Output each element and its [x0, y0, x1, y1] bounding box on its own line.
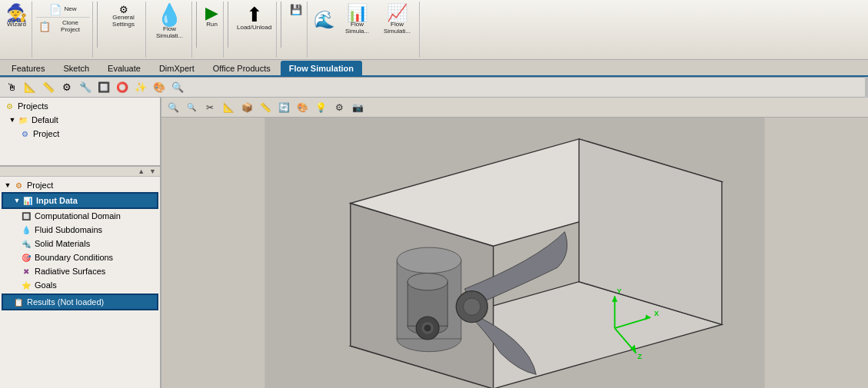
icon-bar-btn-tools[interactable]: 🔧 — [77, 79, 94, 96]
clone-icon: 📋 — [38, 22, 51, 32]
icon-bar-btn-circle[interactable]: ⭕ — [114, 79, 131, 96]
flow-label3: Flow Simula... — [340, 22, 374, 35]
tree-solid-materials[interactable]: 🔩 Solid Materials — [2, 237, 158, 250]
tree-project-section[interactable]: ▼ ⚙ Project — [2, 178, 158, 192]
loadunload-label: Load/Unload — [237, 25, 271, 32]
icon-bar-btn-box[interactable]: 🔲 — [95, 79, 112, 96]
flow-simulation-button1[interactable]: 💧 Flow Simulati... — [150, 3, 189, 41]
sep2 — [196, 2, 197, 48]
tab-sketch[interactable]: Sketch — [55, 61, 98, 75]
scroll-buttons: ▲ ▼ — [0, 167, 160, 177]
clone-project-button[interactable]: 📋 Clone Project — [36, 18, 90, 35]
tree-input-data[interactable]: ▼ 📊 Input Data — [2, 192, 158, 209]
vp-color-btn[interactable]: 🎨 — [294, 99, 311, 116]
default-expand: ▼ — [8, 116, 17, 124]
default-label: Default — [32, 115, 58, 124]
flow-button3[interactable]: 📊 Flow Simula... — [338, 3, 377, 37]
viewport: 🔍 🔍 ✂ 📐 📦 📏 🔄 🎨 💡 ⚙ 📷 — [161, 98, 868, 388]
general-label: General Settings — [106, 15, 141, 28]
icon-bar-btn-cursor[interactable]: 🖱 — [3, 79, 20, 96]
icon-bar-btn-color[interactable]: 🎨 — [151, 79, 168, 96]
radiative-surfaces-icon: ✖ — [20, 265, 32, 277]
vp-measure-btn[interactable]: 📏 — [257, 99, 274, 116]
main-area: ⚙ Projects ▼ 📁 Default ⚙ Project ▲ ▼ ▼ ⚙ — [0, 98, 868, 388]
flow-button2[interactable]: 🌊 — [311, 10, 337, 30]
vp-zoom-out-btn[interactable]: 🔍 — [183, 99, 200, 116]
tree-results[interactable]: 📋 Results (Not loaded) — [2, 293, 158, 310]
icon-bar-btn-select[interactable]: 📐 — [22, 79, 38, 96]
run-section: ▶ Run — [201, 2, 224, 58]
svg-text:Z: Z — [637, 353, 642, 360]
flow-sim-icon1: 💧 — [156, 5, 183, 26]
scroll-up-btn[interactable]: ▲ — [135, 167, 147, 175]
vp-zoom-in-btn[interactable]: 🔍 — [165, 99, 181, 116]
svg-point-15 — [424, 325, 430, 330]
wizard-section: 🧙 Wizard — [2, 2, 32, 58]
tab-office-products[interactable]: Office Products — [205, 61, 279, 75]
vp-rotate-btn[interactable]: 🔄 — [275, 99, 292, 116]
tab-evaluate[interactable]: Evaluate — [99, 61, 149, 75]
vp-settings-btn[interactable]: ⚙ — [331, 99, 348, 116]
tab-features[interactable]: Features — [3, 61, 53, 75]
vp-cut-btn[interactable]: ✂ — [201, 99, 218, 116]
lower-tree: ▼ ⚙ Project ▼ 📊 Input Data 🔲 Computation… — [0, 177, 160, 388]
sep1 — [97, 2, 98, 48]
save-button[interactable]: 💾 — [288, 3, 304, 16]
tree-project-item[interactable]: ⚙ Project — [2, 127, 158, 141]
new-button[interactable]: 📄 New — [47, 3, 78, 16]
run-icon: ▶ — [205, 5, 218, 22]
wizard-label: Wizard — [7, 22, 26, 28]
project-label: Project — [33, 129, 59, 138]
svg-point-9 — [464, 298, 481, 315]
icon-bar: 🖱 📐 📏 ⚙ 🔧 🔲 ⭕ ✨ 🎨 🔍 — [0, 78, 868, 98]
tree-computational-domain[interactable]: 🔲 Computational Domain — [2, 209, 158, 223]
run-button[interactable]: ▶ Run — [203, 3, 221, 30]
tab-flow-simulation[interactable]: Flow Simulation — [281, 61, 362, 75]
sep3 — [228, 2, 228, 48]
wizard-button[interactable]: 🧙 Wizard — [4, 3, 29, 30]
project-section-icon: ⚙ — [12, 179, 25, 191]
svg-text:Y: Y — [617, 287, 622, 295]
vp-light-btn[interactable]: 💡 — [312, 99, 329, 116]
save-section: 💾 — [285, 2, 308, 58]
tree-boundary-conditions[interactable]: 🎯 Boundary Conditions — [2, 250, 158, 264]
input-data-expand: ▼ — [12, 197, 22, 204]
vp-camera-btn[interactable]: 📷 — [349, 99, 366, 116]
tree-projects-header: ⚙ Projects — [2, 99, 158, 113]
icon-bar-btn-settings[interactable]: ⚙ — [58, 79, 75, 96]
toolbar-area: 🧙 Wizard 📄 New 📋 Clone Project ⚙ General… — [0, 0, 868, 78]
svg-point-12 — [407, 274, 447, 290]
sidebar: ⚙ Projects ▼ 📁 Default ⚙ Project ▲ ▼ ▼ ⚙ — [0, 98, 161, 388]
flow-button4[interactable]: 📈 Flow Simulati... — [377, 3, 417, 37]
flow-sim-label1: Flow Simulati... — [152, 26, 187, 40]
tree-radiative-surfaces[interactable]: ✖ Radiative Surfaces — [2, 264, 158, 278]
tree-default-folder[interactable]: ▼ 📁 Default — [2, 113, 158, 127]
new-section: 📄 New 📋 Clone Project — [34, 2, 93, 58]
flow-icon2: 🌊 — [314, 12, 334, 28]
icon-bar-btn-search[interactable]: 🔍 — [169, 79, 186, 96]
vp-view-btn[interactable]: 📦 — [238, 99, 255, 116]
tab-dimxpert[interactable]: DimXpert — [151, 61, 203, 75]
new-icon: 📄 — [49, 5, 62, 15]
icon-bar-btn-sparkle[interactable]: ✨ — [132, 79, 149, 96]
flow-icon4: 📈 — [387, 5, 407, 22]
general-section: ⚙ General Settings — [101, 2, 146, 58]
main-toolbar: 🧙 Wizard 📄 New 📋 Clone Project ⚙ General… — [0, 0, 868, 60]
tree-fluid-subdomains[interactable]: 💧 Fluid Subdomains — [2, 223, 158, 237]
flow-extra-section: 🌊 📊 Flow Simula... 📈 Flow Simulati... — [309, 2, 420, 58]
scroll-down-btn[interactable]: ▼ — [147, 167, 158, 175]
computational-domain-label: Computational Domain — [35, 211, 121, 221]
projects-icon: ⚙ — [3, 100, 15, 112]
svg-point-7 — [397, 247, 461, 273]
upper-tree: ⚙ Projects ▼ 📁 Default ⚙ Project — [0, 98, 160, 167]
projects-label: Projects — [18, 101, 48, 111]
general-settings-button[interactable]: ⚙ General Settings — [104, 3, 143, 30]
load-unload-button[interactable]: ⬆ Load/Unload — [234, 3, 274, 33]
vp-orient-btn[interactable]: 📐 — [220, 99, 237, 116]
radiative-surfaces-label: Radiative Surfaces — [35, 267, 105, 276]
tree-goals[interactable]: ⭐ Goals — [2, 278, 158, 292]
3d-model-area: X Z Y — [161, 118, 868, 388]
project-section-expand: ▼ — [3, 181, 12, 189]
viewport-toolbar: 🔍 🔍 ✂ 📐 📦 📏 🔄 🎨 💡 ⚙ 📷 — [161, 98, 868, 118]
icon-bar-btn-measure[interactable]: 📏 — [40, 79, 57, 96]
